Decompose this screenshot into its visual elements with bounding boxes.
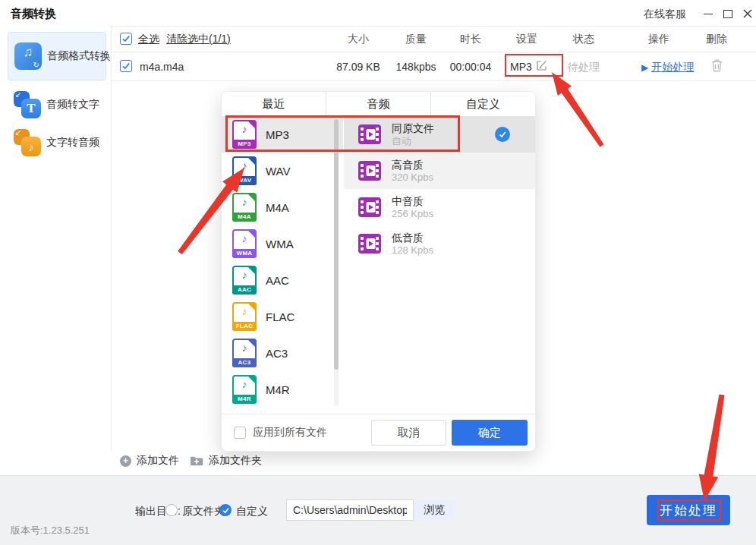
format-list: ♪MP3 MP3 ♪WAV WAV ♪M4A M4A ♪WMA WMA ♪AAC… [222, 116, 343, 408]
confirm-button[interactable]: 确定 [452, 420, 528, 446]
file-format-icon: ♪M4R [232, 375, 257, 404]
col-header-size: 大小 [335, 33, 381, 46]
play-icon: ▶ [641, 62, 648, 73]
audio-to-text-icon: ↙ T [14, 91, 41, 118]
row-start-action[interactable]: ▶ 开始处理 [641, 61, 694, 74]
format-option-mp3[interactable]: ♪MP3 MP3 [222, 116, 343, 153]
file-format-icon: ♪MP3 [232, 120, 257, 149]
minimize-icon[interactable] [698, 6, 718, 21]
annotation-arrow [552, 72, 604, 147]
divider [111, 80, 756, 81]
col-header-quality: 质量 [393, 33, 439, 46]
col-header-duration: 时长 [448, 33, 493, 46]
format-option-flac[interactable]: ♪FLAC FLAC [222, 298, 343, 335]
col-header-delete: 删除 [694, 33, 739, 46]
version-label: 版本号:1.23.5.251 [11, 524, 90, 537]
radio-custom[interactable] [219, 504, 232, 516]
format-option-aac[interactable]: ♪AAC AAC [222, 262, 343, 298]
quality-option-low[interactable]: 低音质128 Kpbs [344, 225, 535, 262]
add-folder-button[interactable]: 添加文件夹 [190, 454, 262, 468]
sidebar-item-audio-format-convert[interactable]: ♫↻ 音频格式转换 [8, 32, 106, 80]
select-all-checkbox[interactable] [120, 33, 132, 45]
tab-audio[interactable]: 音频 [326, 92, 430, 116]
col-header-settings: 设置 [504, 33, 550, 46]
col-header-operation: 操作 [636, 33, 682, 46]
apply-all-checkbox[interactable] [234, 427, 246, 439]
format-option-wav[interactable]: ♪WAV WAV [222, 153, 343, 189]
dialog-tabs: 最近 音频 自定义 [222, 92, 535, 117]
select-all-label[interactable]: 全选 [138, 33, 159, 46]
file-size: 87.09 KB [335, 61, 381, 73]
format-option-ac3[interactable]: ♪AC3 AC3 [222, 335, 343, 371]
clear-selected-label[interactable]: 清除选中(1/1) [166, 33, 231, 46]
cancel-button[interactable]: 取消 [371, 420, 446, 446]
add-file-bar: + 添加文件 添加文件夹 [111, 451, 756, 475]
original-folder-label: 原文件夹 [182, 505, 225, 518]
custom-label: 自定义 [236, 505, 268, 518]
browse-button[interactable]: 浏览 [414, 499, 455, 521]
sidebar-item-audio-to-text[interactable]: ↙ T 音频转文字 [8, 87, 106, 123]
online-service-link[interactable]: 在线客服 [644, 8, 686, 21]
film-icon [358, 160, 381, 181]
add-file-button[interactable]: + 添加文件 [120, 454, 179, 468]
edit-icon[interactable] [536, 60, 547, 74]
divider [111, 26, 756, 27]
divider [111, 52, 756, 52]
format-option-wma[interactable]: ♪WMA WMA [222, 225, 343, 262]
scrollbar [334, 118, 339, 406]
file-format-icon: ♪AAC [232, 266, 257, 295]
check-circle-icon [495, 127, 510, 142]
format-option-m4r[interactable]: ♪M4R M4R [222, 371, 343, 408]
maximize-icon[interactable] [718, 6, 738, 21]
quality-option-medium[interactable]: 中音质256 Kpbs [344, 189, 535, 225]
tab-custom[interactable]: 自定义 [430, 92, 535, 116]
quality-list: 同原文件自动 高音质320 Kpbs 中音质256 Kpbs 低音质128 Kp… [344, 116, 535, 262]
file-status: 待处理 [561, 61, 606, 74]
apply-all-label: 应用到所有文件 [253, 426, 327, 439]
output-path-input[interactable] [286, 499, 414, 521]
add-folder-icon [190, 455, 203, 466]
dialog-footer: 应用到所有文件 取消 确定 [222, 414, 535, 451]
audio-format-convert-icon: ♫↻ [14, 43, 42, 70]
file-duration: 00:00:04 [448, 61, 493, 73]
file-quality: 148kpbs [393, 61, 439, 73]
film-icon [358, 124, 381, 145]
scrollbar-thumb[interactable] [334, 119, 339, 370]
col-header-status: 状态 [561, 33, 606, 46]
file-format-icon: ♪WAV [232, 156, 257, 185]
app-title: 音频转换 [11, 7, 56, 21]
close-icon[interactable] [738, 6, 756, 21]
text-to-audio-icon: ↙ ♪ [14, 129, 41, 156]
add-file-icon: + [120, 455, 131, 467]
quality-option-high[interactable]: 高音质320 Kpbs [344, 153, 535, 189]
format-option-m4a[interactable]: ♪M4A M4A [222, 189, 343, 225]
file-format-setting[interactable]: MP3 [510, 61, 532, 73]
start-processing-button[interactable]: 开始处理 [647, 495, 730, 525]
file-format-icon: ♪M4A [232, 193, 257, 222]
quality-option-same-as-source[interactable]: 同原文件自动 [344, 116, 535, 153]
film-icon [358, 233, 381, 254]
sidebar-item-text-to-audio[interactable]: ↙ ♪ 文字转音频 [8, 124, 106, 161]
tab-recent[interactable]: 最近 [222, 92, 326, 116]
film-icon [358, 197, 381, 218]
file-format-icon: ♪FLAC [232, 302, 257, 331]
file-format-icon: ♪AC3 [232, 339, 257, 367]
file-row-checkbox[interactable] [120, 60, 132, 72]
format-settings-dialog: 最近 音频 自定义 ♪MP3 MP3 ♪WAV WAV ♪M4A M4A ♪WM… [221, 91, 536, 452]
radio-original-folder[interactable] [165, 504, 178, 516]
trash-icon[interactable] [711, 59, 723, 74]
file-format-icon: ♪WMA [232, 229, 257, 258]
file-name: m4a.m4a [140, 61, 184, 73]
sidebar: ♫↻ 音频格式转换 ↙ T 音频转文字 ↙ ♪ 文字转音频 [0, 26, 112, 451]
